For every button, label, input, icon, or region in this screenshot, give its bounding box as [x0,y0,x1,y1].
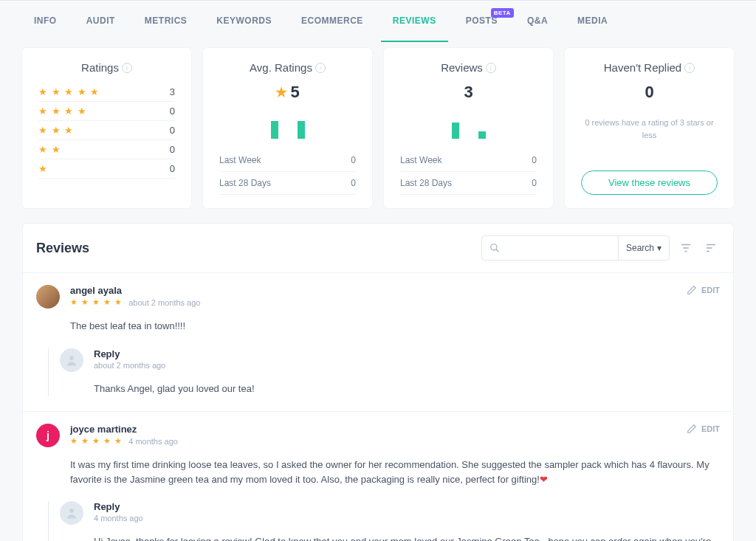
avg-last-28-label: Last 28 Days [219,178,271,188]
card-reviews-title: Reviews [441,61,483,74]
heart-icon: ❤ [540,474,548,485]
sort-icon[interactable] [702,239,720,257]
avg-last-28-value: 0 [351,178,356,188]
review-item: j joyce martinez ★ ★ ★ ★ ★ 4 months ago [23,412,733,541]
reviews-title: Reviews [36,241,89,256]
card-not-replied: Haven't Replied i 0 0 reviews have a rat… [565,48,734,208]
tab-keywords[interactable]: KEYWORDS [205,1,284,42]
pencil-icon [687,285,697,295]
stars-5: ★ ★ ★ ★ ★ [38,86,100,97]
svg-point-9 [69,509,74,513]
tab-info[interactable]: INFO [22,1,69,42]
tab-reviews[interactable]: REVIEWS [381,1,448,42]
search-type-dropdown[interactable]: Search ▾ [618,236,669,260]
reply-label: Reply [94,501,720,512]
chart-bar [452,123,459,139]
search-input[interactable] [507,236,618,260]
reply-timestamp: about 2 months ago [94,361,720,370]
reply-text: Hi Joyce, thanks for leaving a review! G… [94,534,720,541]
star-icon: ★ [275,84,287,100]
thread-line [36,348,60,397]
avatar: j [36,424,60,447]
reviews-last-week-label: Last Week [400,155,441,165]
not-replied-note: 0 reviews have a rating of 3 stars or le… [581,117,718,141]
review-author: angel ayala [70,285,200,296]
ratings-row-2-count: 0 [170,144,175,155]
review-timestamp: 4 months ago [128,437,178,446]
avatar [60,501,83,525]
ratings-row-4-count: 0 [170,106,175,117]
reviews-last-week-value: 0 [532,155,537,165]
ratings-row-4: ★ ★ ★ ★ 0 [38,102,175,121]
edit-label: EDIT [701,286,720,294]
info-icon[interactable]: i [315,63,326,73]
search-box: Search ▾ [481,235,670,261]
reviews-chart [400,109,537,139]
chart-bar [298,121,305,139]
beta-badge: BETA [491,8,514,18]
avatar [36,285,60,309]
ratings-row-5: ★ ★ ★ ★ ★ 3 [38,83,175,102]
review-stars: ★ ★ ★ ★ ★ [70,436,123,446]
view-reviews-button[interactable]: View these reviews [581,170,718,195]
chevron-down-icon: ▾ [657,243,662,253]
avg-last-week-label: Last Week [219,155,261,165]
thread-line [36,501,60,541]
ratings-row-3-count: 0 [170,125,175,136]
search-type-label: Search [626,243,654,253]
ratings-row-1: ★ 0 [38,159,175,179]
reviews-last-28-label: Last 28 Days [400,178,452,188]
avg-last-28: Last 28 Days 0 [219,172,356,195]
chart-bar [271,121,278,139]
tab-bar: INFO AUDIT METRICS KEYWORDS ECOMMERCE RE… [0,1,756,42]
card-avg-ratings: Avg. Ratings i ★ 5 Last Week 0 Last 28 D… [203,48,372,208]
tab-qa[interactable]: Q&A [515,1,560,42]
svg-point-8 [69,356,74,360]
info-icon[interactable]: i [684,63,695,73]
ratings-row-1-count: 0 [170,163,175,174]
reviews-last-28: Last 28 Days 0 [400,172,537,195]
reviews-count-value: 3 [464,83,472,102]
ratings-row-3: ★ ★ ★ 0 [38,121,175,140]
stars-2: ★ ★ [38,144,61,155]
stars-4: ★ ★ ★ ★ [38,106,87,117]
ratings-row-5-count: 3 [170,86,175,97]
edit-button[interactable]: EDIT [687,285,720,295]
edit-label: EDIT [701,424,720,433]
reply-timestamp: 4 months ago [94,514,720,523]
stars-1: ★ [38,163,48,174]
avatar [60,348,83,372]
not-replied-value: 0 [645,83,653,102]
review-text: It was my first time drinking loose tea … [70,458,720,486]
avg-last-week: Last Week 0 [219,149,356,172]
chart-bar [478,131,486,139]
card-avg-title: Avg. Ratings [250,61,312,74]
reply-text: Thanks Angel, glad you loved our tea! [94,382,720,397]
reviews-last-28-value: 0 [532,178,537,188]
tab-audit[interactable]: AUDIT [75,1,127,42]
avg-rating-value: 5 [290,83,299,102]
edit-button[interactable]: EDIT [687,424,720,434]
card-ratings-title: Ratings [81,61,119,74]
card-not-replied-title: Haven't Replied [604,61,681,74]
avg-ratings-chart [219,109,356,139]
avg-last-week-value: 0 [351,155,356,165]
review-author: joyce martinez [70,424,178,435]
review-stars: ★ ★ ★ ★ ★ [70,297,123,307]
tab-metrics[interactable]: METRICS [133,1,199,42]
pencil-icon [687,424,697,434]
info-icon[interactable]: i [122,63,132,73]
card-reviews-count: Reviews i 3 Last Week 0 Last 28 Days 0 [384,48,553,208]
tab-ecommerce[interactable]: ECOMMERCE [289,1,375,42]
reviews-panel: Reviews Search ▾ [22,223,734,541]
reviews-last-week: Last Week 0 [400,149,537,172]
review-item: angel ayala ★ ★ ★ ★ ★ about 2 months ago… [23,273,733,412]
search-icon[interactable] [482,236,507,260]
review-text: The best leaf tea in town!!!! [70,319,720,334]
info-icon[interactable]: i [486,63,496,73]
reply-label: Reply [94,348,720,359]
tab-media[interactable]: MEDIA [566,1,619,42]
filter-icon[interactable] [677,239,695,257]
review-timestamp: about 2 months ago [128,298,200,307]
tab-posts[interactable]: POSTS BETA [454,1,509,42]
